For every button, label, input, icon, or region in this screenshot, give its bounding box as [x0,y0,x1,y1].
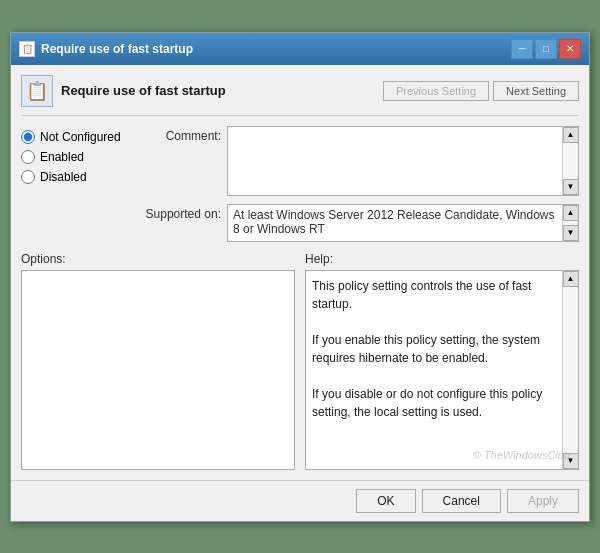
help-content: This policy setting controls the use of … [305,270,579,470]
nav-buttons: Previous Setting Next Setting [383,81,579,101]
supported-on-row: Supported on: At least Windows Server 20… [141,204,579,242]
scroll-track [563,143,578,179]
options-panel: Options: [21,252,295,470]
help-label: Help: [305,252,579,266]
options-content [21,270,295,470]
next-setting-button[interactable]: Next Setting [493,81,579,101]
supported-on-label: Supported on: [141,204,221,221]
scroll-up-arrow[interactable]: ▲ [563,127,579,143]
help-paragraph-2: If you enable this policy setting, the s… [312,331,556,367]
help-scroll-up[interactable]: ▲ [563,271,579,287]
radio-group: Not Configured Enabled Disabled [21,126,131,242]
bottom-section: Options: Help: This policy setting contr… [21,252,579,470]
help-scrollbar: ▲ ▼ [562,271,578,469]
fields-section: Comment: ▲ ▼ Supported on: At least [141,126,579,242]
cancel-button[interactable]: Cancel [422,489,501,513]
window-icon: 📋 [19,41,35,57]
form-section: Not Configured Enabled Disabled Comment: [21,126,579,242]
radio-not-configured[interactable]: Not Configured [21,130,131,144]
help-text: This policy setting controls the use of … [306,271,562,469]
options-label: Options: [21,252,295,266]
header-row: 📋 Require use of fast startup Previous S… [21,75,579,116]
comment-scrollbar: ▲ ▼ [562,127,578,195]
radio-enabled-input[interactable] [21,150,35,164]
radio-enabled-label: Enabled [40,150,84,164]
close-button[interactable]: ✕ [559,39,581,59]
help-scroll-track [563,287,578,453]
supported-scroll-down[interactable]: ▼ [563,225,579,241]
supported-scroll-up[interactable]: ▲ [563,205,579,221]
help-panel: Help: This policy setting controls the u… [305,252,579,470]
header-title: Require use of fast startup [61,83,226,98]
minimize-button[interactable]: ─ [511,39,533,59]
window-title: Require use of fast startup [41,42,193,56]
previous-setting-button[interactable]: Previous Setting [383,81,489,101]
title-bar-left: 📋 Require use of fast startup [19,41,193,57]
apply-button[interactable]: Apply [507,489,579,513]
radio-disabled[interactable]: Disabled [21,170,131,184]
supported-scrollbar: ▲ ▼ [562,205,578,241]
main-window: 📋 Require use of fast startup ─ □ ✕ 📋 Re… [10,32,590,522]
radio-not-configured-label: Not Configured [40,130,121,144]
help-paragraph-3: If you disable or do not configure this … [312,385,556,421]
maximize-button[interactable]: □ [535,39,557,59]
comment-box: ▲ ▼ [227,126,579,196]
comment-row: Comment: ▲ ▼ [141,126,579,196]
comment-textarea[interactable] [228,127,562,195]
content-area: 📋 Require use of fast startup Previous S… [11,65,589,480]
scroll-down-arrow[interactable]: ▼ [563,179,579,195]
supported-on-box: At least Windows Server 2012 Release Can… [227,204,579,242]
help-paragraph-1: This policy setting controls the use of … [312,277,556,313]
radio-disabled-input[interactable] [21,170,35,184]
radio-disabled-label: Disabled [40,170,87,184]
ok-button[interactable]: OK [356,489,415,513]
title-bar: 📋 Require use of fast startup ─ □ ✕ [11,33,589,65]
title-controls: ─ □ ✕ [511,39,581,59]
radio-not-configured-input[interactable] [21,130,35,144]
comment-label: Comment: [141,126,221,143]
header-icon: 📋 [21,75,53,107]
footer: OK Cancel Apply [11,480,589,521]
radio-enabled[interactable]: Enabled [21,150,131,164]
watermark: © TheWindowsClub [473,449,570,461]
supported-on-value: At least Windows Server 2012 Release Can… [228,205,562,241]
